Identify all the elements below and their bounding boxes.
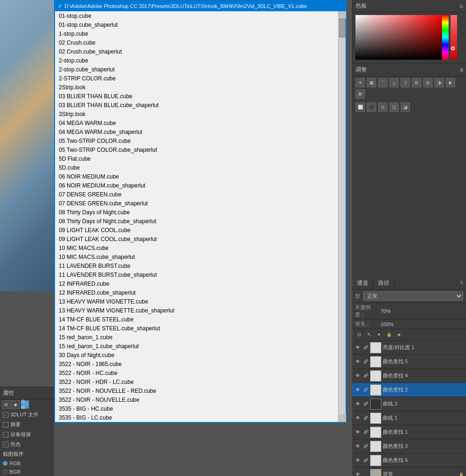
dropdown-item[interactable]: 5D Flat.cube — [55, 154, 346, 163]
dropdown-item[interactable]: 10 MIC MACS.cube — [55, 243, 346, 252]
lock-all-btn[interactable]: 🔒 — [385, 330, 393, 339]
scrollbar-thumb[interactable] — [339, 19, 346, 38]
layer-link-icon[interactable]: 🔗 — [363, 345, 369, 351]
adj-gradient-btn[interactable]: ◫ — [389, 102, 399, 112]
lock-position-btn[interactable]: ✦ — [375, 330, 383, 339]
layer-visibility-toggle[interactable]: 👁 — [354, 358, 362, 366]
layer-item[interactable]: 👁🔗曲线 1 — [352, 411, 466, 425]
dropdown-item[interactable]: 2-stop.cube — [55, 56, 346, 65]
lut-dropdown[interactable]: ✓ D:\Adobe\Adobe Photoshop CC 2017\Prese… — [54, 0, 347, 423]
adj-brightness-btn[interactable]: ☀ — [355, 78, 365, 87]
adj-threshold-btn[interactable]: ⊡ — [378, 102, 387, 112]
layer-link-icon[interactable]: 🔗 — [363, 444, 369, 449]
layer-item[interactable]: 👁🔗颜色查找 6 — [352, 453, 466, 468]
dropdown-item[interactable]: 09 LIGHT LEAK COOL.cube_shaperlut — [55, 234, 346, 243]
dropdown-item[interactable]: 3522 - NOIR - 1965.cube — [55, 359, 346, 368]
dropdown-item[interactable]: 14 TM-CF BLUE STEEL.cube — [55, 315, 346, 324]
dropdown-item[interactable]: 3522 - NOIR - NOUVELLE.cube — [55, 395, 346, 404]
scrollbar-down-btn[interactable]: ▼ — [339, 414, 346, 422]
dropdown-item[interactable]: 07 DENSE GREEN.cube_shaperlut — [55, 199, 346, 208]
layer-item[interactable]: 👁🔗亮度/对比度 1 — [352, 341, 466, 355]
dropdown-item[interactable]: 3535 - BIG - LC.cube — [55, 413, 346, 422]
scrollbar-up-btn[interactable]: ▲ — [339, 11, 346, 19]
dropdown-item[interactable]: 03 BLUER THAN BLUE.cube — [55, 92, 346, 101]
dropdown-item[interactable]: 11 LAVENDER BURST.cube — [55, 261, 346, 270]
attr-item[interactable]: ✓3DLUT 文件 — [0, 410, 54, 420]
lock-transparent-btn[interactable]: ⊡ — [355, 330, 363, 339]
adj-solidcolor-btn[interactable]: ◪ — [401, 102, 410, 112]
dropdown-item[interactable]: 02 Crush.cube_shaperlut — [55, 47, 346, 56]
attr-item[interactable]: 截图顺序 — [0, 449, 54, 459]
adj-curves-btn[interactable]: ⌒ — [378, 78, 387, 87]
adj-colorbalance-btn[interactable]: ⊟ — [423, 78, 433, 87]
layer-item[interactable]: 👁🔗颜色查找 1 — [352, 425, 466, 439]
dropdown-item[interactable]: 02 Crush.cube — [55, 38, 346, 47]
layer-visibility-toggle[interactable]: 👁 — [354, 386, 362, 394]
color-picker-area[interactable] — [355, 15, 459, 60]
dropdown-item[interactable]: 3522 - NOIR - HDR - LC.cube — [55, 377, 346, 386]
dropdown-item[interactable]: 2-stop.cube_shaperlut — [55, 65, 346, 74]
dropdown-item[interactable]: 3522 - NOIR - NOUVELLE - RED.cube — [55, 386, 346, 395]
attr-radio-rgb[interactable]: RGB — [0, 459, 54, 468]
dropdown-item[interactable]: 01-stop.cube_shaperlut — [55, 20, 346, 29]
attr-item[interactable]: 摘要 — [0, 420, 54, 429]
radio-bgr[interactable] — [3, 469, 8, 474]
layer-link-icon[interactable]: 🔗 — [363, 387, 369, 393]
dropdown-item[interactable]: 08 Thirty Days of Night.cube — [55, 208, 346, 217]
adj-bw-btn[interactable]: ◑ — [434, 78, 444, 87]
adj-invert-btn[interactable]: ⬜ — [355, 102, 365, 112]
layer-item[interactable]: 👁背景🔒 — [352, 468, 466, 476]
dropdown-item[interactable]: 03 BLUER THAN BLUE.cube_shaperlut — [55, 101, 346, 109]
layers-menu-icon[interactable]: ≡ — [457, 277, 466, 289]
dropdown-item[interactable]: 01-stop.cube — [55, 11, 346, 20]
dropdown-item[interactable]: 08 Thirty Days of Night.cube_shaperlut — [55, 217, 346, 226]
dropdown-item[interactable]: 14 TM-CF BLUE STEEL.cube_shaperlut — [55, 324, 346, 333]
dropdown-item[interactable]: 15 red_baron_1.cube_shaperlut — [55, 342, 346, 351]
adj-levels-btn[interactable]: ▦ — [367, 78, 376, 87]
attr-item[interactable]: ✓伤色 — [0, 439, 54, 449]
dropdown-item[interactable]: 05 Two-STRIP COLOR.cube_shaperlut — [55, 145, 346, 154]
adj-exposure-btn[interactable]: △ — [389, 78, 399, 87]
adj-hsl-btn[interactable]: ⊞ — [412, 78, 421, 87]
fill-btn[interactable]: ◈ — [395, 330, 403, 339]
dropdown-item[interactable]: 3Strip.look — [55, 109, 346, 118]
adj-posterize-btn[interactable]: ⬛ — [367, 102, 376, 112]
dropdown-scrollbar[interactable]: ▲ ▼ — [338, 11, 346, 422]
layer-item[interactable]: 👁🔗颜色查找 5 — [352, 355, 466, 369]
fill-value[interactable]: 100% — [380, 321, 463, 327]
layer-mode-select[interactable]: 正常 — [363, 291, 463, 301]
opacity-value[interactable]: 70% — [380, 308, 463, 314]
layer-visibility-toggle[interactable]: 👁 — [354, 443, 362, 450]
layer-item[interactable]: 👁🔗颜色查找 4 — [352, 369, 466, 383]
radio-rgb[interactable] — [3, 461, 8, 466]
color-panel-menu-icon[interactable]: ≡ — [459, 2, 463, 10]
dropdown-item[interactable]: 2Strip.look — [55, 83, 346, 92]
lock-image-btn[interactable]: ✎ — [365, 330, 373, 339]
dropdown-item[interactable]: 3522 - NOIR - HC.cube — [55, 368, 346, 377]
dropdown-item[interactable]: 12 INFRARED.cube — [55, 279, 346, 288]
dropdown-item[interactable]: 13 HEAVY WARM VIGNETTE.cube_shaperlut — [55, 306, 346, 315]
attr-checkbox[interactable]: ✓ — [3, 442, 8, 447]
dropdown-item[interactable]: 09 LIGHT LEAK COOL.cube — [55, 226, 346, 234]
layer-item[interactable]: 👁🔗曲线 2 — [352, 397, 466, 411]
layer-visibility-toggle[interactable]: 👁 — [354, 400, 362, 408]
dropdown-item[interactable]: 06 NOIR MEDIUM.cube_shaperlut — [55, 181, 346, 190]
attr-checkbox[interactable] — [3, 422, 8, 428]
layer-visibility-toggle[interactable]: 👁 — [354, 344, 362, 351]
dropdown-item[interactable]: 13 HEAVY WARM VIGNETTE.cube — [55, 297, 346, 306]
dropdown-item[interactable]: 1-stop.cube — [55, 29, 346, 38]
dropdown-item[interactable]: 30 Days of Night.cube — [55, 351, 346, 359]
dropdown-item[interactable]: 5D.cube — [55, 163, 346, 172]
attr-radio-bgr[interactable]: BGR — [0, 468, 54, 476]
layer-visibility-toggle[interactable]: 👁 — [354, 429, 362, 436]
attr-color-icon[interactable]: 色板 — [21, 400, 29, 409]
tab-paths[interactable]: 路径 — [373, 277, 395, 289]
layer-visibility-toggle[interactable]: 👁 — [354, 372, 362, 380]
layer-link-icon[interactable] — [363, 472, 369, 476]
adjustments-menu-icon[interactable]: ≡ — [460, 67, 463, 73]
dropdown-item[interactable]: 12 INFRARED.cube_shaperlut — [55, 288, 346, 297]
tab-channels[interactable]: 通道 — [352, 277, 373, 289]
adj-vibrance-btn[interactable]: ▽ — [401, 78, 410, 87]
hue-bar[interactable] — [442, 15, 449, 60]
adj-channelmix-btn[interactable]: ⊠ — [355, 89, 365, 99]
